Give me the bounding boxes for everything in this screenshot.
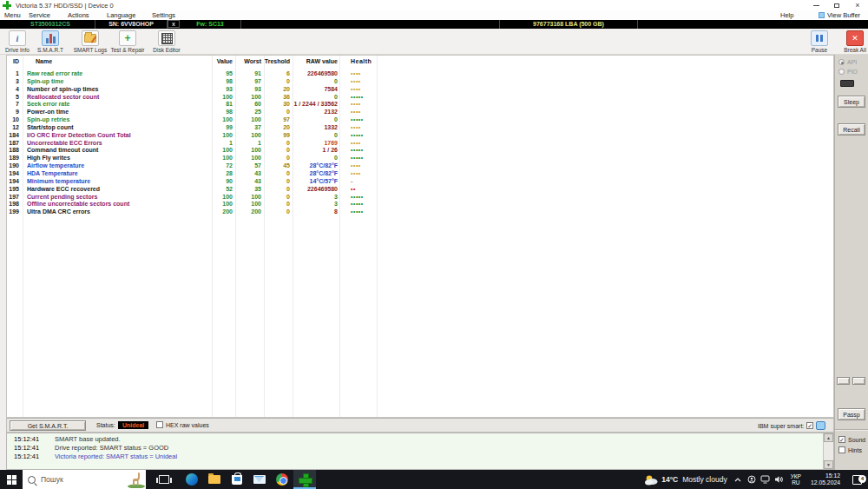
log-message: Drive reported: SMART status = GOOD bbox=[55, 444, 168, 453]
menu-item-settings[interactable]: Settings bbox=[152, 11, 175, 19]
break-all-button[interactable]: ✕ Break All bbox=[834, 30, 868, 53]
cell-id: 197 bbox=[7, 194, 19, 202]
menu-item-language[interactable]: Language bbox=[107, 11, 135, 19]
table-row[interactable]: 190Airflow temperature72574528°C/82°F•••… bbox=[7, 162, 833, 170]
user-tray-icon[interactable] bbox=[745, 475, 759, 484]
break-all-label: Break All bbox=[834, 47, 868, 53]
cell-id: 9 bbox=[7, 109, 19, 116]
hidden-icons-chevron[interactable] bbox=[731, 478, 745, 482]
mini-button-left[interactable] bbox=[837, 377, 850, 385]
start-button[interactable] bbox=[0, 470, 23, 489]
cell-health: ••••• bbox=[351, 147, 390, 155]
hex-raw-values-checkbox[interactable]: HEX raw values bbox=[156, 421, 209, 428]
scroll-up-icon[interactable]: ▲ bbox=[824, 433, 833, 442]
sector-grid-icon bbox=[158, 30, 175, 46]
recall-button[interactable]: Recall bbox=[838, 123, 865, 135]
disk-editor-button[interactable]: Disk Editor bbox=[146, 30, 187, 53]
table-row[interactable]: 189High Fly writes10010000••••• bbox=[7, 155, 833, 162]
table-row[interactable]: 195Hardware ECC recovered52350226469580•… bbox=[7, 186, 833, 194]
table-row[interactable]: 197Current pending sectors10010003••••• bbox=[7, 194, 833, 202]
taskbar-app-edge[interactable] bbox=[181, 470, 203, 489]
menu-item-menu[interactable]: Menu bbox=[4, 11, 21, 19]
table-row[interactable]: 199Ultra DMA CRC errors20020008••••• bbox=[7, 208, 833, 216]
table-row[interactable]: 10Spin-up retries100100970••••• bbox=[7, 116, 833, 124]
table-row[interactable]: 184I/O CRC Error Detection Count Total10… bbox=[7, 132, 833, 140]
cell-health: •••• bbox=[351, 109, 390, 116]
taskbar-app-victoria[interactable] bbox=[293, 470, 316, 489]
clock-time: 15:12 bbox=[811, 472, 840, 479]
cell-value: 100 bbox=[172, 147, 233, 155]
taskbar-app-store[interactable] bbox=[226, 470, 248, 489]
minimize-button[interactable] bbox=[806, 0, 826, 10]
smart-tab-button[interactable]: S.M.A.R.T bbox=[30, 30, 71, 53]
taskbar-app-explorer[interactable] bbox=[203, 470, 226, 489]
table-row[interactable]: 1Raw read error rate95916226469580•••• bbox=[7, 70, 833, 78]
cell-health: ••••• bbox=[351, 116, 390, 124]
table-row[interactable]: 3Spin-up time989700•••• bbox=[7, 78, 833, 86]
api-radio[interactable]: API bbox=[838, 59, 857, 65]
table-row[interactable]: 12Start/stop count9937201332•••• bbox=[7, 124, 833, 132]
cell-value: 98 bbox=[172, 78, 233, 86]
table-row[interactable]: 188Command timeout count10010001 / 26•••… bbox=[7, 147, 833, 155]
cell-value: 1 bbox=[172, 140, 233, 148]
table-row[interactable]: 7Seek error rate8160301 / 2244 / 33562••… bbox=[7, 101, 833, 109]
api-label: API bbox=[847, 59, 857, 65]
pio-radio[interactable]: PIO bbox=[838, 69, 858, 75]
clock-widget[interactable]: 15:12 12.05.2024 bbox=[806, 472, 845, 486]
ibm-super-smart-checkbox[interactable]: IBM super smart:✓ bbox=[758, 421, 825, 430]
close-button[interactable]: × bbox=[847, 0, 868, 10]
restore-button[interactable] bbox=[826, 0, 847, 10]
get-smart-button[interactable]: Get S.M.A.R.T. bbox=[10, 420, 86, 431]
smart-logs-button[interactable]: SMART Logs bbox=[69, 30, 111, 53]
test-repair-button[interactable]: + Test & Repair bbox=[107, 30, 148, 53]
action-center-button[interactable]: 4 bbox=[845, 475, 868, 485]
sound-checkbox[interactable]: ✓Sound bbox=[838, 436, 865, 443]
status-label: Status: bbox=[96, 422, 115, 428]
sleep-button[interactable]: Sleep bbox=[838, 96, 865, 108]
menu-item-help[interactable]: Help bbox=[780, 11, 793, 19]
speaker-icon bbox=[774, 475, 784, 484]
weather-widget[interactable]: 14°C Mostly cloudy bbox=[641, 474, 731, 486]
cloudy-weather-icon bbox=[644, 474, 658, 486]
windows-logo-icon bbox=[7, 475, 16, 485]
drive-serial: SN: 6VV8OHOP bbox=[95, 20, 168, 29]
volume-tray-icon[interactable] bbox=[773, 475, 786, 484]
taskbar-app-mail[interactable] bbox=[248, 470, 271, 489]
table-row[interactable]: 198Offline uncorrectable sectors count10… bbox=[7, 201, 833, 208]
cell-health: ••••• bbox=[351, 208, 390, 216]
cell-raw: 8 bbox=[251, 208, 338, 216]
network-tray-icon[interactable] bbox=[759, 475, 773, 484]
task-view-button[interactable] bbox=[153, 470, 175, 489]
table-row[interactable]: 4Number of spin-up times9393207584•••• bbox=[7, 86, 833, 94]
ibm-smart-icon bbox=[816, 421, 825, 430]
search-input[interactable]: Пошук bbox=[23, 470, 146, 489]
menu-item-service[interactable]: Service bbox=[29, 11, 50, 19]
passp-button[interactable]: Passp bbox=[838, 408, 865, 420]
table-row[interactable]: 5Reallocated sector count100100360••••• bbox=[7, 94, 833, 102]
log-panel: 15:12:41SMART base updated.15:12:41Drive… bbox=[6, 433, 834, 470]
taskbar-app-chrome[interactable] bbox=[271, 470, 293, 489]
language-indicator[interactable]: УКР RU bbox=[786, 473, 806, 486]
table-row[interactable]: 9Power-on time982502132•••• bbox=[7, 109, 833, 116]
scroll-down-icon[interactable]: ▼ bbox=[824, 460, 833, 469]
victoria-app-icon bbox=[3, 1, 11, 10]
cell-raw: 0 bbox=[251, 78, 338, 86]
cell-raw: 3 bbox=[251, 201, 338, 208]
hints-checkbox[interactable]: Hints bbox=[838, 446, 862, 453]
cell-id: 184 bbox=[7, 132, 19, 140]
table-row[interactable]: 187Uncorrectable ECC Errors1101769•••• bbox=[7, 140, 833, 148]
table-row[interactable]: 194HDA Temperature2843028°C/82°F•••• bbox=[7, 170, 833, 178]
cell-value: 28 bbox=[172, 170, 233, 178]
menu-item-actions[interactable]: Actions bbox=[68, 11, 89, 19]
panel-divider bbox=[835, 429, 868, 430]
cell-health: •••• bbox=[351, 124, 390, 132]
cell-health: •••• bbox=[351, 101, 390, 109]
log-scrollbar[interactable]: ▲ ▼ bbox=[823, 433, 833, 469]
activity-led-indicator bbox=[840, 80, 854, 87]
cell-health: ••••• bbox=[351, 132, 390, 140]
mini-button-right[interactable] bbox=[852, 377, 865, 385]
task-view-icon bbox=[159, 475, 169, 484]
device-close-button[interactable]: x bbox=[168, 20, 180, 28]
smart-attributes-panel: ID Name Value Worst Treshold RAW value H… bbox=[6, 55, 834, 418]
table-row[interactable]: 194Minimum temperature9043014°C/57°F- bbox=[7, 178, 833, 186]
